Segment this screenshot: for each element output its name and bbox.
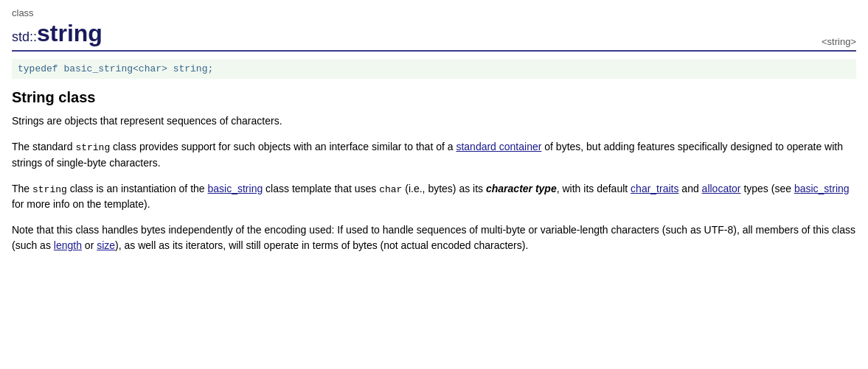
class-label: class: [12, 7, 856, 18]
string-title: string: [37, 20, 103, 46]
link-length[interactable]: length: [54, 239, 82, 251]
header-include-link[interactable]: <string>: [822, 36, 856, 47]
link-standard-container[interactable]: standard container: [456, 141, 541, 152]
inline-code-string-2: string: [32, 184, 67, 195]
page-title: std::string: [12, 20, 103, 47]
paragraph-2: The standard string class provides suppo…: [12, 139, 856, 171]
typedef-declaration: typedef basic_string<char> string;: [12, 59, 856, 79]
inline-code-string-1: string: [75, 142, 110, 153]
section-title: String class: [12, 89, 856, 106]
paragraph-4: Note that this class handles bytes indep…: [12, 222, 856, 253]
title-row: std::string <string>: [12, 20, 856, 52]
std-prefix: std::: [12, 29, 37, 44]
link-char-traits[interactable]: char_traits: [631, 183, 678, 194]
link-basic-string-1[interactable]: basic_string: [208, 183, 263, 194]
paragraph-1: Strings are objects that represent seque…: [12, 113, 856, 129]
character-type-label: character type: [486, 183, 557, 194]
link-size[interactable]: size: [97, 239, 115, 251]
paragraph-3: The string class is an instantiation of …: [12, 181, 856, 213]
inline-code-char: char: [379, 184, 402, 195]
link-basic-string-2[interactable]: basic_string: [794, 183, 850, 194]
link-allocator[interactable]: allocator: [702, 183, 741, 194]
